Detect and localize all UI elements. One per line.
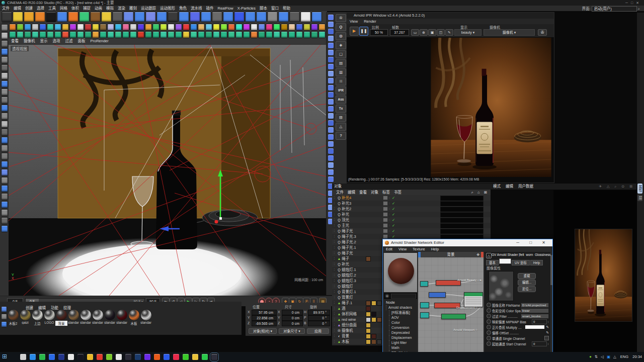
main-menu-3[interactable]: 选择 <box>37 6 44 11</box>
clear-search-icon[interactable]: ⊗ <box>385 294 389 298</box>
visibility-dots[interactable]: ⁚ <box>332 289 337 295</box>
left-tool-icon-5[interactable] <box>1 64 8 71</box>
main-menu-19[interactable]: 脚本 <box>260 6 267 11</box>
left-tool-icon-15[interactable] <box>1 145 8 152</box>
object-row[interactable]: ⁚Ϙ主光:✓ <box>332 223 491 228</box>
toolbar3-icon-23[interactable] <box>183 31 190 38</box>
node-tree-item-0[interactable]: Arnold shaders <box>386 305 417 310</box>
left-tool-icon-13[interactable] <box>1 129 8 136</box>
position-y-field[interactable]: 22.858 cm <box>252 315 277 321</box>
toolbar2-icon-40[interactable] <box>311 24 318 31</box>
object-menu-2[interactable]: 查看 <box>359 190 367 195</box>
object-name[interactable]: 细分曲面 <box>342 322 366 328</box>
main-menu-12[interactable]: 运动跟踪 <box>141 6 156 11</box>
plugin-strip-icon-15[interactable] <box>328 120 334 126</box>
material-name[interactable]: standar <box>92 321 104 324</box>
toolbar3-icon-8[interactable] <box>69 31 76 38</box>
plugin-strip-icon-4[interactable] <box>328 43 334 48</box>
animate-dot-icon[interactable] <box>487 314 491 318</box>
visibility-dots[interactable]: ⁚ <box>332 228 337 234</box>
visibility-dots[interactable]: ⁚ <box>332 234 337 239</box>
material-sphere[interactable] <box>117 310 127 320</box>
visibility-dots[interactable]: ⁚ <box>332 201 337 206</box>
plugin-strip-icon-5[interactable] <box>328 50 334 55</box>
main-menu-4[interactable]: 工具 <box>48 6 56 11</box>
toolbar2-icon-31[interactable] <box>243 24 250 31</box>
toolbar1-icon-20[interactable] <box>223 12 233 22</box>
visibility-dots[interactable]: ⁚ <box>332 328 337 333</box>
visibility-dots[interactable]: ⁚ <box>332 212 337 217</box>
position-z-field[interactable]: -69.565 cm <box>252 321 277 326</box>
material-name[interactable]: 上边 <box>31 321 43 326</box>
visibility-dots[interactable]: ⁚ <box>332 267 337 273</box>
node-tree-item-1[interactable]: [R标准画板] <box>389 310 417 315</box>
shader-button-0[interactable]: 重载 <box>518 273 536 279</box>
object-name[interactable]: 摄像机 <box>342 328 366 333</box>
material-side-icon-2[interactable] <box>1 321 7 327</box>
visibility-dots[interactable]: ⁚ <box>332 300 337 306</box>
taskbar-app-14[interactable] <box>154 354 160 360</box>
material-side-icon-0[interactable] <box>1 306 7 312</box>
ipr-camera-dropdown[interactable]: 摄像机 ▾ <box>484 29 535 36</box>
plugin-strip-icon-6[interactable] <box>328 57 334 62</box>
main-menu-17[interactable]: RealFlow <box>218 6 233 11</box>
viewport-menu-3[interactable]: 选项 <box>53 39 60 43</box>
material-sphere[interactable] <box>93 310 103 320</box>
visibility-dots[interactable]: ⁚ <box>332 295 337 300</box>
material-item[interactable]: standar <box>67 310 79 324</box>
taskbar-app-17[interactable] <box>183 354 189 360</box>
toolbar2-icon-1[interactable] <box>17 24 24 31</box>
visibility-dots[interactable]: ⁚ <box>332 306 337 311</box>
material-name[interactable]: standar <box>116 321 128 324</box>
object-name[interactable]: 酒 <box>342 306 366 311</box>
arnold-tool-icon-4[interactable]: ▢ <box>336 50 346 58</box>
taskbar-app-12[interactable] <box>135 354 141 360</box>
toolbar1-icon-11[interactable] <box>123 12 134 22</box>
taskbar-app-4[interactable] <box>58 354 64 360</box>
object-menu-3[interactable]: 对象 <box>371 190 378 195</box>
shader-editor-titlebar[interactable]: Arnold Shader Network Editor ─ □ ✕ <box>383 239 552 246</box>
left-tool-icon-23[interactable] <box>1 209 8 216</box>
node-tree-item-2[interactable]: AOV <box>389 315 417 320</box>
node-displacement[interactable] <box>441 314 466 319</box>
material-sphere[interactable] <box>129 310 139 320</box>
maximize-button[interactable]: □ <box>631 1 636 5</box>
viewport-menu-4[interactable]: 过滤 <box>65 39 73 43</box>
arnold-tool-icon-0[interactable]: ✇ <box>336 14 346 22</box>
plugin-strip-icon-21[interactable] <box>328 162 334 168</box>
viewport-menu-0[interactable]: 查看 <box>11 39 19 43</box>
object-name[interactable]: 木板 <box>342 339 366 344</box>
toolbar1-icon-28[interactable] <box>311 12 322 22</box>
texture-tag-icon[interactable] <box>366 312 371 317</box>
size-z-field[interactable]: 0 cm <box>282 321 303 326</box>
left-tool-icon-10[interactable] <box>1 105 8 112</box>
object-name[interactable]: red wine <box>342 317 366 322</box>
toolbar1-icon-26[interactable] <box>289 12 300 22</box>
left-tool-icon-11[interactable] <box>1 113 8 120</box>
tray-icon-3[interactable]: ▣ <box>607 354 610 359</box>
toolbar2-icon-17[interactable] <box>137 24 144 31</box>
toolbar3-icon-21[interactable] <box>168 31 175 38</box>
material-side-icon-1[interactable] <box>1 314 7 320</box>
toolbar2-icon-13[interactable] <box>107 24 114 31</box>
plugin-strip-icon-19[interactable] <box>328 148 334 154</box>
taskbar-app-11[interactable] <box>125 354 131 360</box>
material-name[interactable]: LOGO <box>43 321 55 324</box>
object-name[interactable]: 绳子光 <box>342 228 366 234</box>
toolbar3-icon-1[interactable] <box>17 31 24 38</box>
texture-tag-icon[interactable] <box>366 306 371 311</box>
main-menu-15[interactable]: 流水线 <box>191 6 202 11</box>
toolbar2-icon-36[interactable] <box>281 24 288 31</box>
toolbar2-icon-41[interactable] <box>318 24 326 31</box>
toolbar2-icon-39[interactable] <box>303 24 310 31</box>
shader-editor-controls[interactable]: ─ □ ✕ <box>516 239 550 246</box>
shader-menu-3[interactable]: Help <box>431 247 439 251</box>
shader-menu-1[interactable]: View <box>398 247 407 251</box>
texture-tag-icon[interactable] <box>366 301 371 306</box>
arnold-tail-icon-2[interactable]: ? <box>336 132 346 140</box>
ipr-rendered-image[interactable] <box>431 38 551 177</box>
object-name[interactable]: 补光4 <box>342 195 366 201</box>
shader-menu-2[interactable]: Texture <box>413 247 425 251</box>
toolbar3-icon-19[interactable] <box>152 31 159 38</box>
object-menu-5[interactable]: 书签 <box>394 190 401 195</box>
